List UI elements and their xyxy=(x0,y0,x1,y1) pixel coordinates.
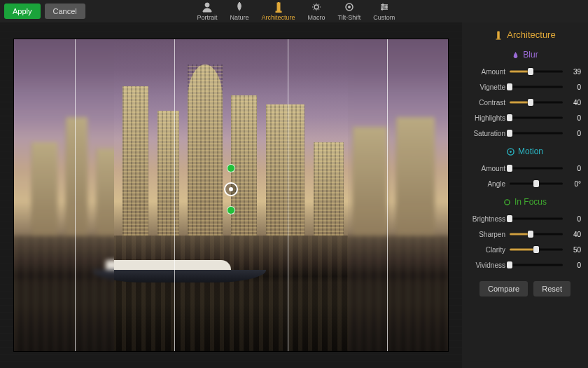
apply-button[interactable]: Apply xyxy=(4,4,41,19)
settings-panel: Architecture Blur Amount 39 Vignette 0 C… xyxy=(462,22,588,368)
slider-contrast[interactable] xyxy=(510,98,563,107)
compare-button[interactable]: Compare xyxy=(479,281,528,297)
slider-row-motion-amount: Amount 0 xyxy=(469,162,581,175)
slider-row-contrast: Contrast 40 xyxy=(469,96,581,109)
svg-point-12 xyxy=(510,151,512,153)
architecture-icon xyxy=(494,30,503,40)
slider-row-amount: Amount 39 xyxy=(469,65,581,78)
slider-value: 0° xyxy=(567,180,581,188)
slider-sharpen[interactable] xyxy=(510,230,563,238)
slider-label: Amount xyxy=(469,165,505,172)
image-canvas[interactable] xyxy=(14,39,448,351)
panel-title: Architecture xyxy=(469,29,581,40)
preset-label: Architecture xyxy=(262,14,295,21)
preset-tabs: Portrait Nature Architecture Macro Tilt-… xyxy=(197,1,396,21)
preset-tiltshift[interactable]: Tilt-Shift xyxy=(338,1,361,21)
slider-label: Highlights xyxy=(469,114,505,122)
focus-guide-line[interactable] xyxy=(174,39,175,351)
slider-label: Angle xyxy=(469,180,505,188)
slider-value: 39 xyxy=(567,68,581,76)
preset-macro[interactable]: Macro xyxy=(308,1,326,21)
slider-value: 0 xyxy=(567,165,581,172)
svg-point-5 xyxy=(348,6,350,8)
svg-point-6 xyxy=(382,4,384,6)
nature-icon xyxy=(234,1,245,13)
slider-label: Vignette xyxy=(469,83,505,91)
slider-vignette[interactable] xyxy=(510,83,563,91)
preset-nature[interactable]: Nature xyxy=(230,1,249,21)
canvas-area xyxy=(0,22,462,368)
slider-clarity[interactable] xyxy=(510,245,563,254)
svg-point-0 xyxy=(205,3,209,7)
svg-rect-1 xyxy=(277,3,280,11)
slider-row-highlights: Highlights 0 xyxy=(469,111,581,124)
slider-label: Contrast xyxy=(469,99,505,107)
preset-portrait[interactable]: Portrait xyxy=(197,1,218,21)
panel-buttons: Compare Reset xyxy=(469,281,581,297)
focus-center-control[interactable] xyxy=(224,164,238,214)
slider-row-angle: Angle 0° xyxy=(469,177,581,190)
slider-value: 40 xyxy=(567,231,581,238)
slider-value: 0 xyxy=(567,83,581,91)
preset-architecture[interactable]: Architecture xyxy=(262,1,295,21)
slider-value: 0 xyxy=(567,114,581,122)
motion-icon xyxy=(507,148,514,156)
architecture-icon xyxy=(273,1,284,13)
slider-label: Amount xyxy=(469,68,505,76)
slider-saturation[interactable] xyxy=(510,129,563,137)
preset-label: Tilt-Shift xyxy=(338,14,361,21)
preset-custom[interactable]: Custom xyxy=(373,1,395,21)
slider-motion-amount[interactable] xyxy=(510,164,563,172)
slider-label: Saturation xyxy=(469,130,505,137)
focus-guide-line[interactable] xyxy=(288,39,288,351)
custom-icon xyxy=(379,1,390,13)
section-title-motion: Motion xyxy=(469,146,581,156)
slider-label: Vividness xyxy=(469,261,505,269)
portrait-icon xyxy=(202,1,213,13)
svg-rect-9 xyxy=(498,31,500,39)
section-title-blur: Blur xyxy=(469,50,581,60)
slider-value: 0 xyxy=(567,215,581,223)
focus-guide-line[interactable] xyxy=(387,39,388,351)
svg-point-7 xyxy=(385,6,387,8)
slider-brightness[interactable] xyxy=(510,214,563,223)
svg-rect-2 xyxy=(276,11,281,13)
slider-row-clarity: Clarity 50 xyxy=(469,243,581,256)
slider-row-sharpen: Sharpen 40 xyxy=(469,228,581,240)
slider-angle[interactable] xyxy=(510,179,563,188)
slider-value: 0 xyxy=(567,261,581,269)
slider-label: Clarity xyxy=(469,246,505,254)
main-area: Architecture Blur Amount 39 Vignette 0 C… xyxy=(0,22,588,368)
slider-value: 40 xyxy=(567,99,581,107)
reset-button[interactable]: Reset xyxy=(533,281,570,297)
section-title-focus: In Focus xyxy=(469,197,581,207)
slider-value: 0 xyxy=(567,130,581,137)
slider-label: Brightness xyxy=(469,215,505,223)
svg-point-8 xyxy=(381,8,383,11)
svg-rect-10 xyxy=(496,39,501,39)
slider-row-vignette: Vignette 0 xyxy=(469,81,581,93)
preset-label: Custom xyxy=(373,14,395,21)
slider-vividness[interactable] xyxy=(510,261,563,269)
svg-point-3 xyxy=(314,5,318,9)
focus-handle-top[interactable] xyxy=(227,164,235,172)
focus-handle-center[interactable] xyxy=(224,182,238,196)
preset-label: Nature xyxy=(230,14,249,21)
macro-icon xyxy=(311,1,322,13)
slider-row-vividness: Vividness 0 xyxy=(469,259,581,271)
focus-icon xyxy=(503,198,511,206)
top-toolbar: Apply Cancel Portrait Nature Architectur… xyxy=(0,0,588,22)
blur-icon xyxy=(512,51,519,59)
slider-label: Sharpen xyxy=(469,231,505,238)
slider-highlights[interactable] xyxy=(510,114,563,122)
slider-amount[interactable] xyxy=(510,67,563,76)
cancel-button[interactable]: Cancel xyxy=(45,4,85,19)
preset-label: Macro xyxy=(308,14,326,21)
slider-row-saturation: Saturation 0 xyxy=(469,127,581,139)
slider-value: 50 xyxy=(567,246,581,254)
focus-guide-line[interactable] xyxy=(75,39,76,351)
focus-handle-bottom[interactable] xyxy=(227,206,235,214)
tiltshift-icon xyxy=(344,1,355,13)
svg-point-13 xyxy=(505,199,510,204)
preset-label: Portrait xyxy=(197,14,218,21)
